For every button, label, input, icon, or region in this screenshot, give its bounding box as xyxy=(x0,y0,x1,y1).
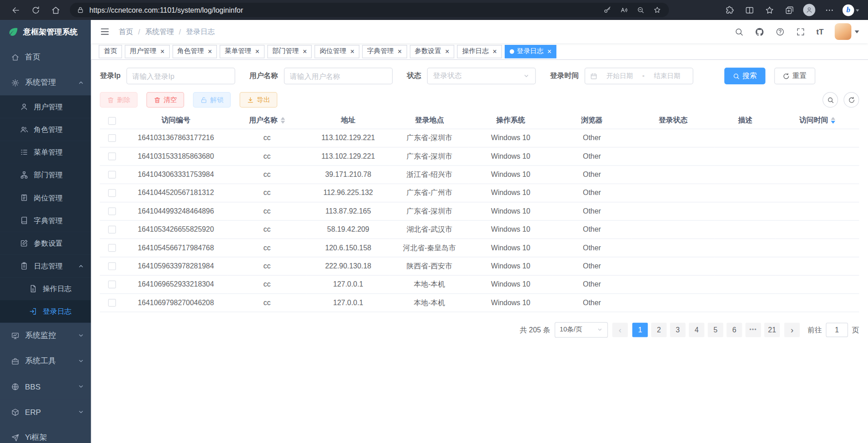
tab-dictionary-management[interactable]: 字典管理× xyxy=(362,44,407,58)
browser-settings-button[interactable] xyxy=(819,2,839,19)
sidebar-item-operation-log[interactable]: 操作日志 xyxy=(0,277,91,300)
table-row[interactable]: 1641031367863177216cc113.102.129.221广东省-… xyxy=(100,129,859,147)
breadcrumb-system-management[interactable]: 系统管理 xyxy=(145,27,174,37)
sidebar-item-log-management[interactable]: 日志管理 xyxy=(0,254,91,277)
page-button-3[interactable]: 3 xyxy=(670,322,685,337)
row-checkbox[interactable] xyxy=(108,134,116,142)
prev-page-button[interactable]: ‹ xyxy=(612,322,628,337)
row-checkbox[interactable] xyxy=(108,263,116,270)
sidebar-item-system-management[interactable]: 系统管理 xyxy=(0,70,91,95)
search-button[interactable]: 搜索 xyxy=(724,68,766,84)
sidebar-item-system-tools[interactable]: 系统工具 xyxy=(0,348,91,374)
sort-carets-icon[interactable] xyxy=(281,117,285,124)
row-checkbox[interactable] xyxy=(108,153,116,161)
user-name-input[interactable] xyxy=(284,68,393,84)
tab-login-log[interactable]: 登录日志× xyxy=(505,44,556,58)
page-button-4[interactable]: 4 xyxy=(689,322,704,337)
page-button-6[interactable]: 6 xyxy=(727,322,742,337)
toggle-search-button[interactable] xyxy=(823,92,838,107)
saved-passwords-button[interactable] xyxy=(599,3,616,16)
sidebar-item-post-management[interactable]: 岗位管理 xyxy=(0,186,91,209)
table-row[interactable]: 1641044520567181312cc112.96.225.132广东省-广… xyxy=(100,184,859,202)
sidebar-item-login-log[interactable]: 登录日志 xyxy=(0,300,91,323)
zoom-button[interactable] xyxy=(632,3,649,16)
tab-close-icon[interactable]: × xyxy=(547,48,551,55)
sidebar-item-user-management[interactable]: 用户管理 xyxy=(0,95,91,118)
site-info-lock-icon[interactable] xyxy=(77,6,84,14)
tab-close-icon[interactable]: × xyxy=(255,48,259,55)
page-button-1[interactable]: 1 xyxy=(632,322,648,337)
table-row[interactable]: 1641043063331753984cc39.171.210.78浙江省-绍兴… xyxy=(100,165,859,183)
sidebar-item-department-management[interactable]: 部门管理 xyxy=(0,164,91,186)
sidebar-item-role-management[interactable]: 角色管理 xyxy=(0,118,91,141)
sidebar-item-bbs[interactable]: BBS xyxy=(0,374,91,399)
browser-back-button[interactable] xyxy=(5,2,25,19)
sidebar-item-menu-management[interactable]: 菜单管理 xyxy=(0,141,91,164)
tab-close-icon[interactable]: × xyxy=(208,48,212,55)
tab-close-icon[interactable]: × xyxy=(445,48,449,55)
status-select[interactable]: 登录状态 xyxy=(427,68,536,84)
breadcrumb-home[interactable]: 首页 xyxy=(119,27,133,37)
page-button-5[interactable]: 5 xyxy=(708,322,723,337)
unlock-button[interactable]: 解锁 xyxy=(193,92,231,107)
docs-help-button[interactable] xyxy=(775,27,785,36)
table-row[interactable]: 1641044993248464896cc113.87.92.165广东省-深圳… xyxy=(100,202,859,220)
tab-operation-log[interactable]: 操作日志× xyxy=(457,44,502,58)
extensions-button[interactable] xyxy=(719,2,739,19)
login-time-range-picker[interactable]: 开始日期 - 结束日期 xyxy=(585,68,693,84)
delete-button[interactable]: 删除 xyxy=(100,92,137,107)
table-row[interactable]: 1641069798270046208cc127.0.0.1本地-本机Windo… xyxy=(100,293,859,312)
tab-parameter-settings[interactable]: 参数设置× xyxy=(410,44,454,58)
tab-close-icon[interactable]: × xyxy=(160,48,164,55)
tab-post-management[interactable]: 岗位管理× xyxy=(315,44,360,58)
tab-role-management[interactable]: 角色管理× xyxy=(172,44,217,58)
table-row[interactable]: 1641031533185863680cc113.102.129.221广东省-… xyxy=(100,147,859,165)
sidebar-item-parameter-settings[interactable]: 参数设置 xyxy=(0,232,91,254)
page-size-select[interactable]: 10条/页 xyxy=(555,322,608,337)
address-bar[interactable]: https://ccnetcore.com:1101/system/log/lo… xyxy=(70,3,669,17)
sidebar-item-home[interactable]: 首页 xyxy=(0,44,91,70)
tab-close-icon[interactable]: × xyxy=(302,48,307,55)
favorites-button[interactable] xyxy=(759,2,779,19)
header-search-button[interactable] xyxy=(734,27,744,36)
page-button-2[interactable]: 2 xyxy=(651,322,667,337)
table-row[interactable]: 1641054566717984768cc120.6.150.158河北省-秦皇… xyxy=(100,239,859,257)
tab-menu-management[interactable]: 菜单管理× xyxy=(220,44,265,58)
login-ip-input[interactable] xyxy=(126,68,235,84)
app-logo[interactable]: 意框架管理系统 xyxy=(0,20,91,44)
fullscreen-button[interactable] xyxy=(796,27,805,36)
table-row[interactable]: 1641059633978281984cc222.90.130.18陕西省-西安… xyxy=(100,257,859,275)
select-all-checkbox[interactable] xyxy=(108,117,116,124)
user-menu[interactable] xyxy=(835,23,859,40)
tab-close-icon[interactable]: × xyxy=(398,48,402,55)
row-checkbox[interactable] xyxy=(108,299,116,307)
url-text[interactable]: https://ccnetcore.com:1101/system/log/lo… xyxy=(89,6,599,14)
copilot-button[interactable]: b xyxy=(839,4,862,16)
table-row[interactable]: 1641069652933218304cc127.0.0.1本地-本机Windo… xyxy=(100,275,859,293)
row-checkbox[interactable] xyxy=(108,244,116,252)
tab-user-management[interactable]: 用户管理× xyxy=(125,44,170,58)
sidebar-item-yi-framework[interactable]: Yi框架 xyxy=(0,425,91,443)
reset-button[interactable]: 重置 xyxy=(774,68,815,84)
tab-close-icon[interactable]: × xyxy=(350,48,354,55)
collections-button[interactable] xyxy=(779,2,799,19)
split-screen-button[interactable] xyxy=(739,2,759,19)
favorite-this-page-button[interactable] xyxy=(649,3,666,16)
table-row[interactable]: 1641053426655825920cc58.19.42.209湖北省-武汉市… xyxy=(100,220,859,239)
row-checkbox[interactable] xyxy=(108,281,116,288)
github-button[interactable] xyxy=(755,27,764,36)
browser-home-button[interactable] xyxy=(45,2,65,19)
clear-button[interactable]: 清空 xyxy=(146,92,184,107)
sidebar-item-erp[interactable]: ERP xyxy=(0,399,91,425)
sidebar-item-system-monitor[interactable]: 系统监控 xyxy=(0,323,91,348)
sidebar-toggle-button[interactable] xyxy=(100,27,110,37)
font-size-button[interactable]: tT xyxy=(816,27,824,36)
tab-home[interactable]: 首页 xyxy=(99,44,122,58)
export-button[interactable]: 导出 xyxy=(239,92,277,107)
row-checkbox[interactable] xyxy=(108,226,116,234)
row-checkbox[interactable] xyxy=(108,208,116,215)
column-header-user-name[interactable]: 用户名称 xyxy=(228,112,307,129)
page-button-21[interactable]: 21 xyxy=(764,322,780,337)
next-page-button[interactable]: › xyxy=(784,322,800,337)
refresh-table-button[interactable] xyxy=(844,92,859,107)
